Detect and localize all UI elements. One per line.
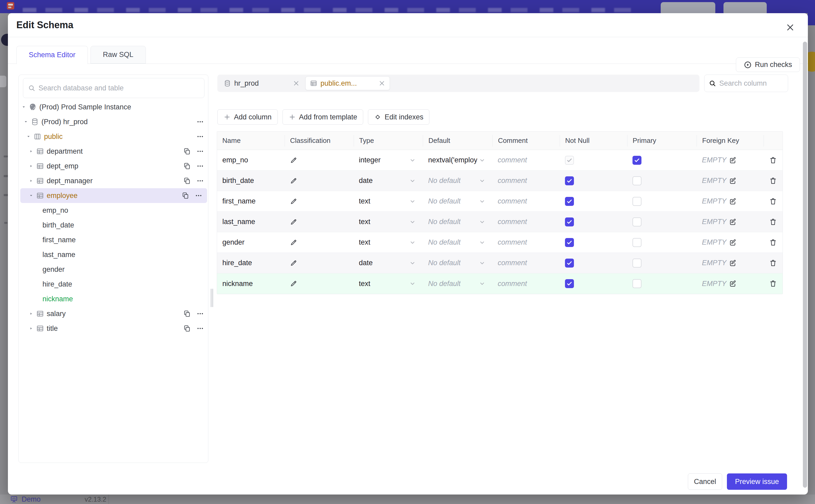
comment-input[interactable]: comment <box>493 212 560 232</box>
column-name[interactable]: first_name <box>222 197 255 205</box>
preview-issue-button[interactable]: Preview issue <box>727 473 787 490</box>
default-select[interactable]: No default <box>423 232 493 253</box>
column-name[interactable]: emp_no <box>222 156 248 164</box>
tree-item[interactable]: first_name <box>19 232 208 247</box>
tree-item[interactable]: birth_date <box>19 218 208 232</box>
panel-resize-handle[interactable] <box>211 289 213 307</box>
tree-item[interactable]: (Prod) hr_prod <box>19 114 208 129</box>
default-select[interactable]: No default <box>423 273 493 294</box>
more-options-icon[interactable] <box>196 310 204 317</box>
column-name[interactable]: nickname <box>222 280 253 288</box>
foreign-key-edit-icon[interactable] <box>729 280 737 288</box>
tab-chip-hr-prod[interactable]: hr_prod <box>219 76 304 90</box>
more-options-icon[interactable] <box>196 162 204 170</box>
foreign-key-edit-icon[interactable] <box>729 156 737 164</box>
caret-icon[interactable] <box>29 164 33 168</box>
type-select[interactable]: text <box>354 232 423 253</box>
tree-item[interactable]: department <box>19 144 208 159</box>
primary-checkbox[interactable] <box>633 176 642 185</box>
column-name[interactable]: hire_date <box>222 259 252 267</box>
more-options-icon[interactable] <box>196 118 204 125</box>
caret-icon[interactable] <box>22 105 26 109</box>
primary-checkbox[interactable] <box>633 197 642 206</box>
tree-item[interactable]: (Prod) Prod Sample Instance <box>19 100 208 114</box>
type-select[interactable]: text <box>354 212 423 232</box>
type-select[interactable]: integer <box>354 150 423 170</box>
delete-column-icon[interactable] <box>769 259 777 267</box>
more-options-icon[interactable] <box>195 192 202 199</box>
tree-item[interactable]: gender <box>19 262 208 277</box>
primary-checkbox[interactable] <box>633 259 642 268</box>
foreign-key-edit-icon[interactable] <box>729 239 737 246</box>
column-name[interactable]: gender <box>222 238 244 246</box>
caret-icon[interactable] <box>24 120 28 124</box>
type-select[interactable]: text <box>354 191 423 211</box>
caret-icon[interactable] <box>29 194 33 197</box>
copy-icon[interactable] <box>183 325 191 332</box>
column-name[interactable]: last_name <box>222 218 255 226</box>
default-select[interactable]: No default <box>423 253 493 273</box>
close-tab-icon[interactable] <box>378 80 385 87</box>
tree-item[interactable]: last_name <box>19 247 208 262</box>
tree-item[interactable]: emp_no <box>19 203 208 218</box>
column-search-input[interactable]: Search column <box>704 75 788 92</box>
caret-icon[interactable] <box>29 149 33 153</box>
caret-icon[interactable] <box>29 312 33 316</box>
delete-column-icon[interactable] <box>769 197 777 205</box>
copy-icon[interactable] <box>182 192 189 199</box>
classification-edit-icon[interactable] <box>290 280 297 287</box>
not-null-checkbox[interactable] <box>565 197 574 206</box>
not-null-checkbox[interactable] <box>565 217 574 226</box>
foreign-key-edit-icon[interactable] <box>729 218 737 226</box>
primary-checkbox[interactable] <box>633 279 642 288</box>
classification-edit-icon[interactable] <box>290 218 297 226</box>
tree-item[interactable]: dept_emp <box>19 159 208 173</box>
close-button[interactable] <box>784 21 797 34</box>
comment-input[interactable]: comment <box>493 171 560 191</box>
column-name[interactable]: birth_date <box>222 177 254 185</box>
add-from-template-button[interactable]: Add from template <box>282 109 363 125</box>
cancel-button[interactable]: Cancel <box>688 473 722 490</box>
foreign-key-edit-icon[interactable] <box>729 197 737 205</box>
not-null-checkbox[interactable] <box>565 259 574 268</box>
copy-icon[interactable] <box>183 177 191 185</box>
modal-scrollbar[interactable] <box>803 42 807 488</box>
type-select[interactable]: date <box>354 253 423 273</box>
comment-input[interactable]: comment <box>493 232 560 253</box>
tab-chip-public-employee[interactable]: public.em... <box>305 76 390 90</box>
caret-icon[interactable] <box>29 327 33 330</box>
tree-item[interactable]: title <box>19 321 208 336</box>
tab-raw-sql[interactable]: Raw SQL <box>90 46 146 64</box>
delete-column-icon[interactable] <box>769 156 777 164</box>
tree-item[interactable]: salary <box>19 306 208 321</box>
not-null-checkbox[interactable] <box>565 238 574 247</box>
classification-edit-icon[interactable] <box>290 198 297 205</box>
copy-icon[interactable] <box>183 148 191 155</box>
comment-input[interactable]: comment <box>493 191 560 211</box>
default-select[interactable]: No default <box>423 171 493 191</box>
foreign-key-edit-icon[interactable] <box>729 177 737 185</box>
not-null-checkbox[interactable] <box>565 176 574 185</box>
classification-edit-icon[interactable] <box>290 239 297 246</box>
tree-item[interactable]: dept_manager <box>19 173 208 188</box>
classification-edit-icon[interactable] <box>290 177 297 185</box>
copy-icon[interactable] <box>183 310 191 317</box>
not-null-checkbox[interactable] <box>565 279 574 288</box>
default-select[interactable]: nextval('employ <box>423 150 493 170</box>
classification-edit-icon[interactable] <box>290 157 297 164</box>
comment-input[interactable]: comment <box>493 253 560 273</box>
not-null-checkbox[interactable] <box>565 156 574 165</box>
close-tab-icon[interactable] <box>293 80 300 87</box>
tree-item[interactable]: hire_date <box>19 277 208 292</box>
caret-icon[interactable] <box>27 135 30 138</box>
tree-item[interactable]: public <box>19 129 208 144</box>
more-options-icon[interactable] <box>196 325 204 332</box>
more-options-icon[interactable] <box>196 177 204 185</box>
edit-indexes-button[interactable]: Edit indexes <box>368 109 430 125</box>
tree-item[interactable]: employee <box>20 188 207 203</box>
primary-checkbox[interactable] <box>633 217 642 226</box>
run-checks-button[interactable]: Run checks <box>736 57 800 72</box>
type-select[interactable]: text <box>354 273 423 294</box>
foreign-key-edit-icon[interactable] <box>729 259 737 267</box>
delete-column-icon[interactable] <box>769 177 777 185</box>
